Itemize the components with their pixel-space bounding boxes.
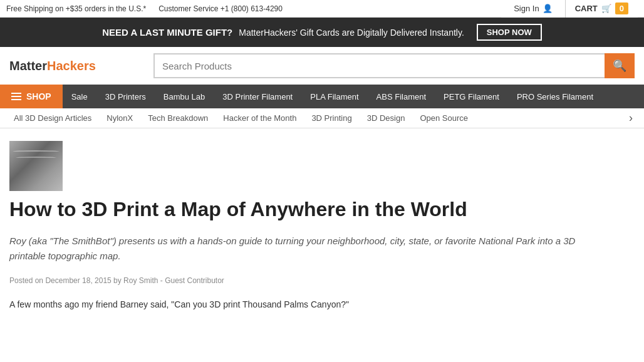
thumbnail-image — [9, 141, 63, 191]
gift-banner: NEED A LAST MINUTE GIFT? MatterHackers' … — [0, 18, 644, 47]
top-bar-right: Sign In 👤 CART 🛒 0 — [501, 0, 638, 18]
logo[interactable]: MatterHackers — [9, 59, 144, 73]
shop-button[interactable]: SHOP — [0, 85, 63, 108]
user-icon: 👤 — [543, 4, 553, 13]
nav-item-pro[interactable]: PRO Series Filament — [508, 85, 602, 108]
logo-matter: Matter — [9, 59, 47, 73]
cart-count: 0 — [615, 3, 628, 14]
article-title: How to 3D Print a Map of Anywhere in the… — [9, 197, 605, 221]
subnav-all-articles[interactable]: All 3D Design Articles — [6, 108, 99, 128]
article-body: A few months ago my friend Barney said, … — [9, 297, 605, 311]
nav-links: Sale 3D Printers Bambu Lab 3D Printer Fi… — [63, 85, 602, 108]
nav-item-sale[interactable]: Sale — [63, 85, 96, 108]
nav-item-petg[interactable]: PETG Filament — [435, 85, 508, 108]
subnav: All 3D Design Articles NylonX Tech Break… — [0, 108, 644, 128]
article-thumbnail — [9, 141, 63, 191]
shop-label: SHOP — [26, 91, 51, 101]
customer-service-text: Customer Service +1 (800) 613-4290 — [158, 4, 283, 13]
subnav-more-icon[interactable]: › — [624, 111, 638, 125]
nav-item-abs[interactable]: ABS Filament — [368, 85, 435, 108]
article-meta: Posted on December 18, 2015 by Roy Smith… — [9, 276, 605, 285]
subnav-3d-design[interactable]: 3D Design — [360, 108, 413, 128]
gift-banner-headline: NEED A LAST MINUTE GIFT? — [102, 27, 232, 38]
sign-in-button[interactable]: Sign In 👤 — [501, 0, 565, 18]
gift-banner-text: MatterHackers' Gift Cards are Digitally … — [239, 28, 464, 38]
cart-label: CART — [575, 4, 598, 13]
subnav-3d-printing[interactable]: 3D Printing — [304, 108, 359, 128]
cart-button[interactable]: CART 🛒 0 — [566, 0, 638, 18]
subnav-open-source[interactable]: Open Source — [412, 108, 475, 128]
subnav-hacker-of-month[interactable]: Hacker of the Month — [216, 108, 304, 128]
search-input[interactable] — [153, 53, 605, 78]
subnav-nylonx[interactable]: NylonX — [99, 108, 140, 128]
header: MatterHackers 🔍 — [0, 47, 644, 85]
nav-bar: SHOP Sale 3D Printers Bambu Lab 3D Print… — [0, 85, 644, 108]
sign-in-label: Sign In — [514, 4, 539, 13]
nav-item-bambu[interactable]: Bambu Lab — [155, 85, 214, 108]
shop-now-button[interactable]: SHOP NOW — [477, 24, 542, 41]
article-content: How to 3D Print a Map of Anywhere in the… — [0, 128, 614, 324]
top-bar-left: Free Shipping on +$35 orders in the U.S.… — [6, 4, 283, 13]
search-icon: 🔍 — [613, 59, 626, 73]
article-subtitle: Roy (aka "The SmithBot") presents us wit… — [9, 234, 605, 264]
search-container: 🔍 — [153, 53, 635, 78]
nav-item-pla[interactable]: PLA Filament — [301, 85, 367, 108]
top-bar: Free Shipping on +$35 orders in the U.S.… — [0, 0, 644, 18]
search-button[interactable]: 🔍 — [605, 53, 635, 78]
nav-item-filament[interactable]: 3D Printer Filament — [214, 85, 301, 108]
hamburger-icon — [11, 93, 21, 100]
shipping-text: Free Shipping on +$35 orders in the U.S.… — [6, 4, 146, 13]
nav-item-3d-printers[interactable]: 3D Printers — [96, 85, 155, 108]
subnav-tech-breakdown[interactable]: Tech Breakdown — [140, 108, 216, 128]
cart-icon: 🛒 — [601, 4, 611, 13]
logo-hackers: Hackers — [47, 59, 96, 73]
